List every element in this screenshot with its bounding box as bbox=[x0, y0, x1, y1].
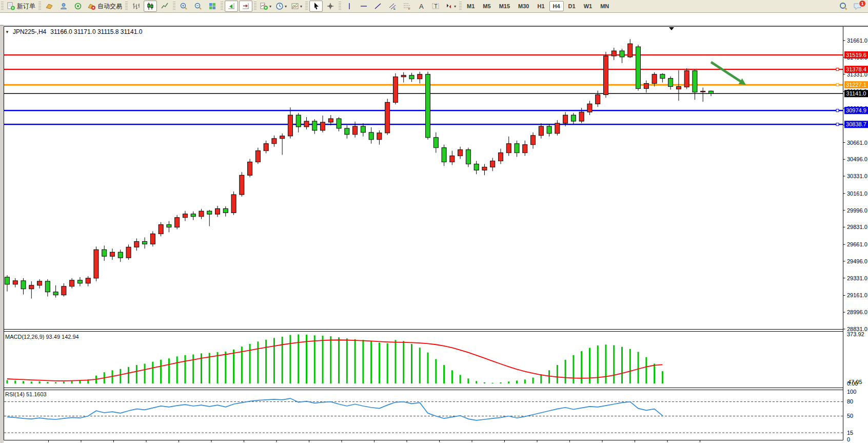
candle bbox=[337, 119, 341, 128]
candle bbox=[515, 144, 519, 153]
vertical-line-icon bbox=[345, 2, 353, 10]
candle bbox=[150, 234, 155, 244]
search-button[interactable] bbox=[837, 1, 850, 12]
chat-button[interactable]: 1 bbox=[851, 1, 864, 12]
timeframe-mn-button[interactable]: MN bbox=[597, 1, 613, 11]
candle bbox=[523, 145, 527, 153]
new-order-icon bbox=[7, 2, 15, 10]
price-tick-label: 30661.0 bbox=[847, 140, 867, 146]
rsi-scale-label: 0 bbox=[847, 436, 850, 442]
profile-button[interactable] bbox=[57, 1, 70, 12]
zoom-out-icon bbox=[194, 2, 202, 10]
candle bbox=[45, 281, 50, 292]
candle bbox=[401, 75, 406, 77]
line-handle[interactable] bbox=[836, 109, 839, 112]
window-left-edge bbox=[0, 25, 4, 443]
candlestick-button[interactable] bbox=[144, 1, 157, 12]
candle bbox=[70, 280, 74, 286]
candle bbox=[21, 281, 26, 289]
equidistant-channel-button[interactable]: E bbox=[386, 1, 399, 12]
chevron-down-icon: ▾ bbox=[454, 4, 456, 9]
timeframe-h4-button[interactable]: H4 bbox=[549, 1, 564, 11]
arrows-button[interactable]: ▾ bbox=[443, 1, 458, 12]
toolbar-grip bbox=[125, 2, 128, 11]
candle bbox=[555, 123, 560, 133]
periods-button[interactable]: ▾ bbox=[274, 1, 288, 12]
candle bbox=[426, 74, 430, 138]
candle bbox=[377, 133, 382, 140]
candle bbox=[579, 112, 584, 121]
autotrade-button-label: 自动交易 bbox=[97, 2, 122, 11]
chart-gold-icon bbox=[45, 2, 53, 10]
toolbar-grip bbox=[221, 2, 223, 11]
toolbar-grip bbox=[173, 2, 175, 11]
line-handle[interactable] bbox=[836, 68, 839, 71]
candle bbox=[264, 144, 268, 151]
text-button[interactable]: A bbox=[415, 1, 428, 12]
market-watch-button[interactable] bbox=[43, 1, 56, 12]
candle bbox=[701, 91, 705, 92]
cursor-button[interactable] bbox=[309, 1, 323, 12]
candle bbox=[506, 144, 511, 153]
candle bbox=[571, 115, 576, 121]
timeframe-d1-button[interactable]: D1 bbox=[565, 1, 579, 11]
timeframe-h1-button[interactable]: H1 bbox=[534, 1, 548, 11]
candle bbox=[304, 121, 309, 127]
text-label-button[interactable]: T bbox=[429, 1, 442, 12]
line-chart-icon bbox=[161, 2, 169, 10]
auto-scroll-button[interactable] bbox=[225, 1, 238, 12]
new-order-button[interactable]: 新订单 bbox=[5, 1, 37, 12]
timeframe-m1-button[interactable]: M1 bbox=[463, 1, 478, 11]
tile-windows-button[interactable] bbox=[206, 1, 219, 12]
signals-button[interactable] bbox=[71, 1, 85, 12]
candle bbox=[684, 71, 689, 87]
timeframe-m30-button[interactable]: M30 bbox=[515, 1, 532, 11]
price-tick-label: 30331.0 bbox=[847, 173, 867, 179]
candle bbox=[94, 249, 98, 278]
timeframe-m5-button[interactable]: M5 bbox=[479, 1, 494, 11]
timeframe-m15-button[interactable]: M15 bbox=[496, 1, 514, 11]
line-handle[interactable] bbox=[836, 84, 839, 86]
candle bbox=[321, 122, 325, 130]
horizontal-line-icon bbox=[360, 2, 368, 10]
autotrade-button[interactable]: 自动交易 bbox=[86, 1, 124, 12]
crosshair-button[interactable] bbox=[324, 1, 337, 12]
price-tick-label: 29496.0 bbox=[847, 258, 867, 264]
candle bbox=[223, 208, 228, 213]
candle bbox=[231, 195, 236, 213]
timeframe-w1-button[interactable]: W1 bbox=[580, 1, 596, 11]
zoom-out-button[interactable] bbox=[191, 1, 205, 12]
chart-dropdown-icon[interactable]: ▼ bbox=[5, 30, 9, 34]
zoom-in-button[interactable] bbox=[177, 1, 190, 12]
candle bbox=[13, 281, 17, 284]
candle bbox=[547, 126, 551, 133]
line-handle[interactable] bbox=[836, 123, 839, 126]
candle bbox=[603, 56, 608, 94]
candle bbox=[215, 208, 220, 214]
horizontal-line-button[interactable] bbox=[357, 1, 370, 12]
candle bbox=[442, 148, 446, 162]
candle bbox=[490, 161, 495, 167]
templates-button[interactable]: ▾ bbox=[289, 1, 304, 12]
candle bbox=[418, 74, 422, 79]
candle bbox=[482, 167, 487, 170]
vertical-line-button[interactable] bbox=[343, 1, 356, 12]
candle bbox=[134, 241, 139, 247]
auto-scroll-icon bbox=[227, 2, 235, 10]
toolbar-grip bbox=[305, 2, 308, 11]
candle bbox=[628, 44, 633, 57]
chevron-down-icon: ▾ bbox=[300, 4, 302, 9]
candle bbox=[102, 249, 107, 256]
indicators-button[interactable]: ▾ bbox=[258, 1, 273, 12]
line-chart-button[interactable] bbox=[158, 1, 171, 12]
macd-min-label: 47.05 bbox=[848, 379, 862, 385]
candle bbox=[693, 71, 697, 92]
trendline-button[interactable] bbox=[371, 1, 385, 12]
chart-shift-button[interactable] bbox=[239, 1, 252, 12]
candle bbox=[361, 126, 365, 132]
chart-title: ▼JPN225-,H431166.0 31171.0 31115.8 31141… bbox=[5, 28, 142, 35]
fibonacci-button[interactable]: F bbox=[400, 1, 413, 12]
candle bbox=[175, 218, 180, 227]
bar-chart-button[interactable] bbox=[129, 1, 143, 12]
arrows-icon bbox=[445, 2, 453, 10]
